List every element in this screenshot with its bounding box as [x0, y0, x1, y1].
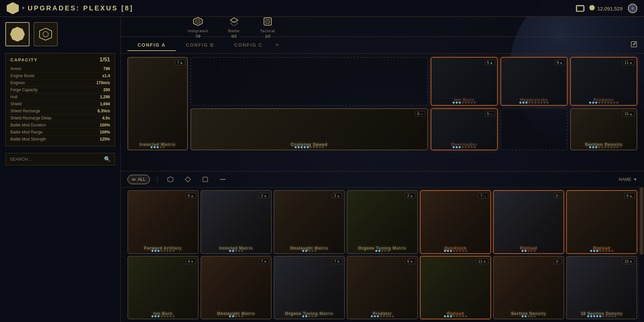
- stat-name: Armor: [10, 66, 21, 71]
- config-edit-button[interactable]: [631, 41, 637, 49]
- rank-badge: 8▲: [555, 60, 565, 65]
- game-logo-icon: [7, 2, 19, 14]
- sort-name-button[interactable]: NAME ▼: [619, 177, 637, 182]
- mod-dot: [616, 146, 619, 148]
- mod-dot: [374, 315, 376, 317]
- equipped-slot-ion-burn[interactable]: 5▲ Ion Burn: [431, 57, 498, 106]
- inventory-item[interactable]: 10▲ 10 Section Density: [566, 256, 637, 320]
- mod-dots: [453, 102, 476, 104]
- mod-dot: [155, 315, 157, 317]
- filter-battle-button[interactable]: [182, 174, 193, 185]
- rank-badge: 11▲: [623, 60, 635, 65]
- equipped-slot-cruising-speed[interactable]: 6— Cruising Speed: [191, 108, 428, 150]
- inventory-item[interactable]: 3▪ Section Density: [493, 256, 564, 320]
- filter-separator: |: [157, 175, 158, 183]
- category-integrated[interactable]: Integrated 7/9: [188, 15, 208, 38]
- mod-dot: [453, 315, 455, 317]
- inventory-item[interactable]: 7— Quicklock: [420, 190, 491, 254]
- mod-dot: [311, 250, 313, 252]
- card-bg: [274, 257, 344, 319]
- rank-badge: 7—: [478, 193, 488, 198]
- cart-icon[interactable]: [576, 5, 584, 12]
- inventory-item[interactable]: 2▪ Ripload: [493, 190, 564, 254]
- mod-dot: [163, 146, 165, 148]
- inventory-item[interactable]: 11▲ Ripload: [420, 256, 491, 320]
- filter-all-label: ALL: [138, 177, 145, 182]
- mod-dot: [605, 315, 607, 317]
- mod-dot: [465, 250, 467, 252]
- stat-value: 170m/s: [96, 80, 110, 85]
- equipped-slot-ironclad[interactable]: 7▲ Ironclad Matrix: [127, 57, 188, 150]
- mod-dot: [613, 146, 615, 148]
- stat-value: 6.3%/s: [98, 109, 110, 113]
- search-box[interactable]: 🔍: [5, 153, 115, 165]
- config-tab-b[interactable]: CONFIG B: [176, 40, 224, 51]
- inventory-item[interactable]: 2▲ Ironclad Matrix: [201, 190, 272, 254]
- page-title: UPGRADES: PLEXUS [8]: [28, 4, 134, 12]
- inventory-item[interactable]: 6▲ Predator: [347, 256, 418, 320]
- infinity-icon: ∞: [132, 176, 136, 182]
- scroll-thumb[interactable]: [640, 187, 643, 255]
- mod-dot: [531, 250, 533, 252]
- stat-name: Forge Capacity: [10, 88, 38, 92]
- mod-dot: [474, 146, 476, 148]
- category-icon: [228, 15, 240, 28]
- equipped-slot-section-density[interactable]: 15▲ Section Density: [570, 108, 637, 150]
- mod-dot: [167, 315, 169, 317]
- inventory-area: ∞ ALL | NAME ▼ 6▲ Forward Art: [121, 171, 644, 322]
- category-tactical[interactable]: Tactical 1/3: [260, 15, 275, 38]
- mod-dot: [158, 250, 160, 252]
- inventory-item[interactable]: 7▲ Onslaught Matrix: [201, 256, 272, 320]
- inventory-item[interactable]: 4▲ Ion Burn: [127, 256, 199, 320]
- sort-arrow-icon: ▼: [633, 177, 637, 182]
- mod-dot: [610, 146, 612, 148]
- equipped-slot-hyperstrike[interactable]: 8▲ Hyperstrike: [500, 57, 568, 106]
- mod-dot: [611, 315, 613, 317]
- mod-dot: [604, 146, 606, 148]
- mod-dot: [590, 315, 592, 317]
- equipped-slot-overloader[interactable]: 5— Overloader: [431, 108, 498, 150]
- config-tab-a[interactable]: CONFIG A: [127, 40, 176, 51]
- mod-dots: [453, 146, 476, 148]
- card-bg: [128, 257, 198, 319]
- filter-minus-button[interactable]: [217, 174, 228, 185]
- rank-badge: 5▲: [485, 60, 495, 65]
- config-tab-c[interactable]: CONFIG C: [224, 40, 272, 51]
- equipped-slot-empty-2[interactable]: [500, 108, 568, 150]
- mod-dot: [229, 250, 231, 252]
- inventory-item[interactable]: 6▲ Forward Artillery: [127, 190, 199, 254]
- mod-dot: [532, 102, 534, 104]
- mod-dot: [541, 102, 543, 104]
- inventory-item[interactable]: 2▲ Orgone Tuning Matrix: [347, 190, 418, 254]
- mod-dot: [235, 315, 237, 317]
- filter-tactical-button[interactable]: [200, 174, 211, 185]
- category-label: Integrated: [188, 29, 208, 33]
- nav-upgrade-icon[interactable]: [34, 22, 58, 46]
- mod-dot: [450, 250, 452, 252]
- mod-dot: [474, 102, 476, 104]
- filter-all-button[interactable]: ∞ ALL: [127, 175, 150, 184]
- equipped-slot-empty-1[interactable]: [191, 57, 428, 106]
- mod-dots: [229, 315, 243, 317]
- card-bg: [494, 257, 564, 319]
- inventory-item[interactable]: 6▲ Ripload: [566, 190, 637, 254]
- equipped-slot-predator[interactable]: 11▲ Predator: [570, 57, 637, 106]
- rank-badge: 6▲: [186, 193, 196, 198]
- inventory-item[interactable]: 7▲ Orgone Tuning Matrix: [274, 256, 345, 320]
- config-add-button[interactable]: +: [275, 41, 279, 49]
- filter-integrated-button[interactable]: [165, 174, 176, 185]
- stat-name: Battle Mod Strength: [10, 137, 46, 142]
- inventory-item[interactable]: 2▲ Onslaught Matrix: [274, 190, 345, 254]
- mod-dot: [522, 250, 524, 252]
- mod-dot: [601, 146, 603, 148]
- mod-dot: [465, 315, 467, 317]
- nav-ship-icon[interactable]: [5, 22, 30, 46]
- category-battle[interactable]: Battle 0/3: [228, 15, 240, 38]
- scroll-track[interactable]: [639, 187, 644, 322]
- mod-dots: [151, 146, 165, 148]
- config-tabs: CONFIG A CONFIG B CONFIG C +: [121, 37, 644, 54]
- search-input[interactable]: [10, 157, 104, 162]
- stat-row: Hull1,286: [10, 94, 110, 101]
- mod-dot: [447, 315, 449, 317]
- rank-badge: 6▲: [625, 193, 635, 198]
